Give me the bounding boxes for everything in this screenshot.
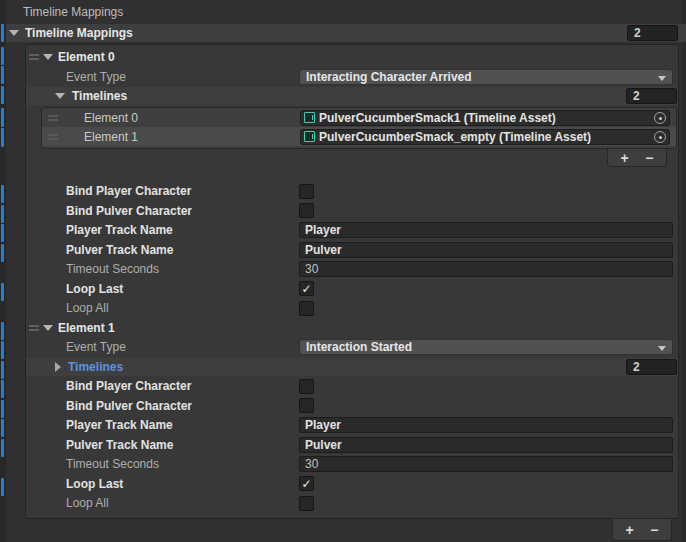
- bind-player-checkbox[interactable]: ✓: [299, 379, 314, 394]
- drag-handle-icon[interactable]: [48, 115, 58, 121]
- bind-player-label: Bind Player Character: [66, 379, 191, 393]
- timeline-asset-name: PulverCucumberSmack_empty (Timeline Asse…: [319, 130, 591, 144]
- player-track-input[interactable]: [299, 417, 673, 433]
- element1-timeout-row: Timeout Seconds: [26, 455, 678, 473]
- loop-all-label: Loop All: [66, 301, 109, 315]
- timelines-item1-label: Element 1: [84, 130, 138, 144]
- timelines-item0-label: Element 0: [84, 111, 138, 125]
- remove-element-button[interactable]: −: [646, 523, 662, 537]
- timelines-list: Element 0 PulverCucumberSmack1 (Timeline…: [41, 107, 677, 149]
- timeline-mappings-header[interactable]: Timeline Mappings 2: [6, 24, 686, 42]
- element0-player-track-row: Player Track Name: [26, 221, 678, 239]
- drag-handle-icon[interactable]: [29, 54, 39, 60]
- array-size-field[interactable]: 2: [627, 25, 678, 41]
- override-indicator: [1, 322, 4, 340]
- foldout-open-icon[interactable]: [43, 325, 53, 331]
- timelines-size-field[interactable]: 2: [626, 88, 677, 104]
- timeout-label: Timeout Seconds: [66, 262, 159, 276]
- override-indicator: [1, 47, 4, 65]
- override-indicator: [1, 478, 4, 496]
- override-indicator: [1, 66, 4, 84]
- override-indicator: [1, 108, 4, 127]
- bind-player-label: Bind Player Character: [66, 184, 191, 198]
- pulver-track-input[interactable]: [299, 437, 673, 453]
- drag-handle-icon[interactable]: [29, 325, 39, 331]
- bind-pulver-checkbox[interactable]: ✓: [299, 398, 314, 413]
- timeline-asset-field[interactable]: PulverCucumberSmack_empty (Timeline Asse…: [300, 129, 670, 145]
- override-indicator: [1, 341, 4, 359]
- timelines-item1-row[interactable]: Element 1 PulverCucumberSmack_empty (Tim…: [42, 127, 676, 146]
- pulver-track-label: Pulver Track Name: [66, 438, 173, 452]
- timeline-asset-field[interactable]: PulverCucumberSmack1 (Timeline Asset): [300, 110, 670, 126]
- override-indicator: [1, 24, 4, 42]
- timelines-title-focused: Timelines: [68, 360, 123, 374]
- override-indicator: [1, 86, 4, 104]
- bind-pulver-checkbox[interactable]: ✓: [299, 203, 314, 218]
- loop-all-checkbox[interactable]: ✓: [299, 301, 314, 316]
- element0-event-type-row: Event Type Interacting Character Arrived: [26, 68, 678, 86]
- check-icon: ✓: [301, 283, 311, 295]
- element0-loop-all-row: Loop All ✓: [26, 299, 678, 317]
- element1-title: Element 1: [58, 321, 115, 335]
- element1-bind-pulver-row: Bind Pulver Character ✓: [26, 397, 678, 415]
- timelines-item0-row[interactable]: Element 0 PulverCucumberSmack1 (Timeline…: [42, 108, 676, 127]
- event-type-dropdown[interactable]: Interaction Started: [299, 339, 673, 355]
- timeout-input[interactable]: [299, 456, 673, 472]
- loop-last-label: Loop Last: [66, 477, 123, 491]
- dropdown-arrow-icon: [658, 346, 666, 351]
- object-picker-icon[interactable]: [654, 112, 666, 124]
- bind-player-checkbox[interactable]: ✓: [299, 184, 314, 199]
- add-element-button[interactable]: +: [622, 523, 638, 537]
- timeline-mappings-title: Timeline Mappings: [25, 26, 133, 40]
- element0-timelines-header[interactable]: Timelines 2: [26, 87, 678, 105]
- element1-bind-player-row: Bind Player Character ✓: [26, 377, 678, 395]
- element0-header[interactable]: Element 0: [26, 48, 678, 66]
- loop-all-checkbox[interactable]: ✓: [299, 496, 314, 511]
- event-type-dropdown[interactable]: Interacting Character Arrived: [299, 69, 673, 85]
- loop-last-checkbox[interactable]: ✓: [299, 281, 314, 296]
- element0-bind-pulver-row: Bind Pulver Character ✓: [26, 202, 678, 220]
- pulver-track-input[interactable]: [299, 242, 673, 258]
- loop-last-label: Loop Last: [66, 282, 123, 296]
- element0-pulver-track-row: Pulver Track Name: [26, 241, 678, 259]
- player-track-input[interactable]: [299, 222, 673, 238]
- override-indicator: [1, 224, 4, 242]
- event-type-label: Event Type: [66, 70, 126, 84]
- bind-pulver-label: Bind Pulver Character: [66, 399, 192, 413]
- timelines-title: Timelines: [72, 89, 127, 103]
- foldout-open-icon[interactable]: [9, 30, 19, 36]
- timeline-mappings-list: Element 0 Event Type Interacting Charact…: [25, 44, 679, 519]
- element1-timelines-header[interactable]: Timelines 2: [26, 358, 678, 376]
- timelines-size-field[interactable]: 2: [626, 359, 677, 375]
- override-indicator: [1, 128, 4, 147]
- event-type-value: Interaction Started: [306, 340, 412, 354]
- event-type-label: Event Type: [66, 340, 126, 354]
- foldout-open-icon[interactable]: [55, 93, 65, 99]
- foldout-collapsed-icon[interactable]: [55, 362, 61, 372]
- remove-element-button[interactable]: −: [641, 151, 657, 165]
- element1-header[interactable]: Element 1: [26, 319, 678, 337]
- timeline-asset-icon: [304, 112, 315, 123]
- timeline-mappings-footer: + −: [612, 519, 672, 541]
- timeout-input[interactable]: [299, 261, 673, 277]
- drag-handle-icon[interactable]: [48, 134, 58, 140]
- timeline-asset-name: PulverCucumberSmack1 (Timeline Asset): [319, 111, 556, 125]
- override-indicator: [1, 244, 4, 262]
- loop-last-checkbox[interactable]: ✓: [299, 476, 314, 491]
- override-indicator: [1, 380, 4, 398]
- loop-all-label: Loop All: [66, 496, 109, 510]
- foldout-open-icon[interactable]: [43, 54, 53, 60]
- dropdown-arrow-icon: [658, 76, 666, 81]
- property-section-label: Timeline Mappings: [23, 5, 123, 19]
- add-element-button[interactable]: +: [617, 151, 633, 165]
- element1-loop-all-row: Loop All ✓: [26, 494, 678, 512]
- override-indicator: [1, 439, 4, 457]
- element0-title: Element 0: [58, 50, 115, 64]
- element1-loop-last-row: Loop Last ✓: [26, 475, 678, 493]
- override-indicator: [1, 361, 4, 379]
- timeout-label: Timeout Seconds: [66, 457, 159, 471]
- element0-loop-last-row: Loop Last ✓: [26, 280, 678, 298]
- override-indicator: [1, 205, 4, 223]
- event-type-value: Interacting Character Arrived: [306, 70, 472, 84]
- object-picker-icon[interactable]: [654, 131, 666, 143]
